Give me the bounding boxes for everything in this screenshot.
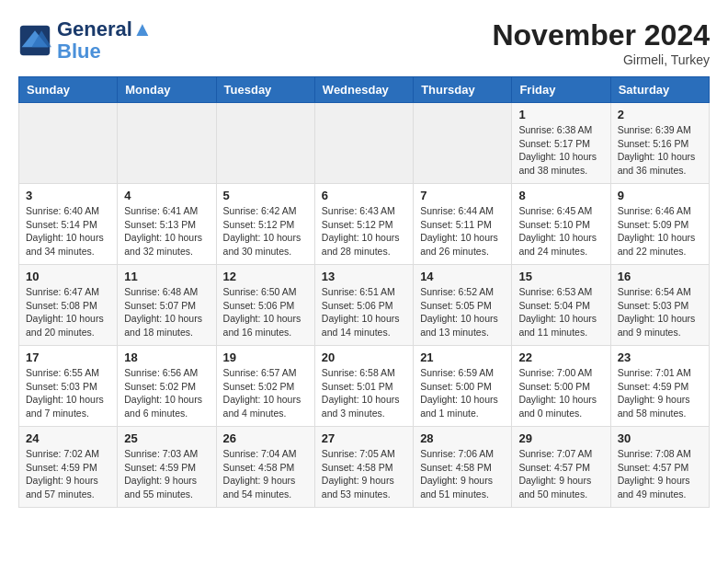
calendar-header-saturday: Saturday	[610, 77, 709, 103]
day-info: Sunrise: 6:40 AMSunset: 5:14 PMDaylight:…	[26, 204, 110, 259]
calendar-day-cell: 24Sunrise: 7:02 AMSunset: 4:59 PMDayligh…	[19, 427, 118, 508]
calendar-day-cell: 13Sunrise: 6:51 AMSunset: 5:06 PMDayligh…	[314, 265, 413, 346]
calendar-week-row: 3Sunrise: 6:40 AMSunset: 5:14 PMDaylight…	[19, 184, 710, 265]
day-info: Sunrise: 6:56 AMSunset: 5:02 PMDaylight:…	[124, 366, 209, 420]
calendar-header-sunday: Sunday	[19, 77, 118, 103]
calendar-header-row: SundayMondayTuesdayWednesdayThursdayFrid…	[19, 77, 710, 103]
day-number: 7	[420, 189, 505, 202]
day-number: 12	[223, 270, 308, 283]
day-number: 6	[322, 189, 406, 202]
day-info: Sunrise: 6:46 AMSunset: 5:09 PMDaylight:…	[618, 204, 702, 259]
calendar-header-thursday: Thursday	[414, 77, 512, 103]
calendar-day-cell: 26Sunrise: 7:04 AMSunset: 4:58 PMDayligh…	[216, 427, 314, 508]
day-info: Sunrise: 7:05 AMSunset: 4:58 PMDaylight:…	[322, 447, 406, 501]
day-info: Sunrise: 6:57 AMSunset: 5:02 PMDaylight:…	[223, 366, 308, 420]
day-info: Sunrise: 6:54 AMSunset: 5:03 PMDaylight:…	[618, 285, 702, 339]
day-info: Sunrise: 6:59 AMSunset: 5:00 PMDaylight:…	[420, 366, 505, 420]
calendar-day-cell: 4Sunrise: 6:41 AMSunset: 5:13 PMDaylight…	[118, 184, 216, 265]
day-info: Sunrise: 6:52 AMSunset: 5:05 PMDaylight:…	[420, 285, 505, 339]
day-number: 22	[518, 350, 603, 364]
day-info: Sunrise: 6:53 AMSunset: 5:04 PMDaylight:…	[518, 285, 603, 339]
day-info: Sunrise: 6:47 AMSunset: 5:08 PMDaylight:…	[26, 285, 110, 339]
day-info: Sunrise: 7:06 AMSunset: 4:58 PMDaylight:…	[420, 447, 505, 501]
day-info: Sunrise: 7:07 AMSunset: 4:57 PMDaylight:…	[518, 447, 603, 501]
calendar-week-row: 24Sunrise: 7:02 AMSunset: 4:59 PMDayligh…	[19, 427, 710, 508]
day-number: 18	[124, 350, 209, 364]
day-info: Sunrise: 6:39 AMSunset: 5:16 PMDaylight:…	[618, 123, 702, 178]
day-info: Sunrise: 6:51 AMSunset: 5:06 PMDaylight:…	[322, 285, 406, 339]
calendar-day-cell: 19Sunrise: 6:57 AMSunset: 5:02 PMDayligh…	[216, 346, 314, 427]
calendar-day-cell: 12Sunrise: 6:50 AMSunset: 5:06 PMDayligh…	[216, 265, 314, 346]
day-number: 29	[518, 431, 603, 445]
day-number: 27	[322, 431, 406, 445]
calendar-day-cell: 23Sunrise: 7:01 AMSunset: 4:59 PMDayligh…	[610, 346, 709, 427]
calendar-header-friday: Friday	[512, 77, 610, 103]
day-number: 10	[26, 270, 110, 283]
calendar-day-cell: 3Sunrise: 6:40 AMSunset: 5:14 PMDaylight…	[19, 184, 118, 265]
calendar-day-cell: 14Sunrise: 6:52 AMSunset: 5:05 PMDayligh…	[414, 265, 512, 346]
day-number: 1	[518, 108, 603, 121]
calendar-day-cell: 20Sunrise: 6:58 AMSunset: 5:01 PMDayligh…	[314, 346, 413, 427]
day-info: Sunrise: 7:03 AMSunset: 4:59 PMDaylight:…	[124, 447, 209, 501]
day-number: 20	[322, 350, 406, 364]
calendar-day-cell: 8Sunrise: 6:45 AMSunset: 5:10 PMDaylight…	[512, 184, 610, 265]
calendar-header-tuesday: Tuesday	[216, 77, 314, 103]
title-block: November 2024 Girmeli, Turkey	[492, 18, 710, 67]
calendar-header-wednesday: Wednesday	[314, 77, 413, 103]
calendar-day-cell: 15Sunrise: 6:53 AMSunset: 5:04 PMDayligh…	[512, 265, 610, 346]
day-info: Sunrise: 7:01 AMSunset: 4:59 PMDaylight:…	[618, 366, 702, 420]
location: Girmeli, Turkey	[492, 52, 710, 67]
calendar-day-cell	[414, 103, 512, 184]
logo-text: General▲ Blue	[57, 18, 153, 63]
day-info: Sunrise: 6:43 AMSunset: 5:12 PMDaylight:…	[322, 204, 406, 259]
day-info: Sunrise: 7:04 AMSunset: 4:58 PMDaylight:…	[223, 447, 308, 501]
calendar-day-cell: 16Sunrise: 6:54 AMSunset: 5:03 PMDayligh…	[610, 265, 709, 346]
calendar-day-cell: 27Sunrise: 7:05 AMSunset: 4:58 PMDayligh…	[314, 427, 413, 508]
day-number: 13	[322, 270, 406, 283]
day-info: Sunrise: 6:41 AMSunset: 5:13 PMDaylight:…	[124, 204, 209, 259]
calendar-week-row: 10Sunrise: 6:47 AMSunset: 5:08 PMDayligh…	[19, 265, 710, 346]
calendar-week-row: 17Sunrise: 6:55 AMSunset: 5:03 PMDayligh…	[19, 346, 710, 427]
calendar-day-cell: 5Sunrise: 6:42 AMSunset: 5:12 PMDaylight…	[216, 184, 314, 265]
logo-icon	[18, 24, 51, 57]
day-info: Sunrise: 6:42 AMSunset: 5:12 PMDaylight:…	[223, 204, 308, 259]
day-number: 14	[420, 270, 505, 283]
calendar-header-monday: Monday	[118, 77, 216, 103]
day-number: 25	[124, 431, 209, 445]
day-number: 4	[124, 189, 209, 202]
day-number: 30	[618, 431, 702, 445]
day-info: Sunrise: 6:50 AMSunset: 5:06 PMDaylight:…	[223, 285, 308, 339]
calendar-day-cell: 6Sunrise: 6:43 AMSunset: 5:12 PMDaylight…	[314, 184, 413, 265]
calendar-day-cell: 30Sunrise: 7:08 AMSunset: 4:57 PMDayligh…	[610, 427, 709, 508]
calendar-day-cell: 10Sunrise: 6:47 AMSunset: 5:08 PMDayligh…	[19, 265, 118, 346]
calendar-day-cell: 22Sunrise: 7:00 AMSunset: 5:00 PMDayligh…	[512, 346, 610, 427]
day-number: 9	[618, 189, 702, 202]
month-title: November 2024	[492, 18, 710, 52]
logo: General▲ Blue	[18, 18, 153, 63]
day-number: 3	[26, 189, 110, 202]
calendar-day-cell: 25Sunrise: 7:03 AMSunset: 4:59 PMDayligh…	[118, 427, 216, 508]
page-header: General▲ Blue November 2024 Girmeli, Tur…	[18, 18, 710, 67]
day-number: 28	[420, 431, 505, 445]
day-info: Sunrise: 7:02 AMSunset: 4:59 PMDaylight:…	[26, 447, 110, 501]
calendar-day-cell: 9Sunrise: 6:46 AMSunset: 5:09 PMDaylight…	[610, 184, 709, 265]
calendar-day-cell: 7Sunrise: 6:44 AMSunset: 5:11 PMDaylight…	[414, 184, 512, 265]
calendar-day-cell: 28Sunrise: 7:06 AMSunset: 4:58 PMDayligh…	[414, 427, 512, 508]
day-number: 15	[518, 270, 603, 283]
calendar-day-cell: 2Sunrise: 6:39 AMSunset: 5:16 PMDaylight…	[610, 103, 709, 184]
day-number: 5	[223, 189, 308, 202]
calendar-day-cell	[216, 103, 314, 184]
day-info: Sunrise: 6:58 AMSunset: 5:01 PMDaylight:…	[322, 366, 406, 420]
day-number: 19	[223, 350, 308, 364]
calendar-day-cell: 1Sunrise: 6:38 AMSunset: 5:17 PMDaylight…	[512, 103, 610, 184]
calendar-day-cell: 17Sunrise: 6:55 AMSunset: 5:03 PMDayligh…	[19, 346, 118, 427]
day-info: Sunrise: 6:45 AMSunset: 5:10 PMDaylight:…	[518, 204, 603, 259]
day-info: Sunrise: 6:48 AMSunset: 5:07 PMDaylight:…	[124, 285, 209, 339]
calendar-day-cell: 29Sunrise: 7:07 AMSunset: 4:57 PMDayligh…	[512, 427, 610, 508]
day-info: Sunrise: 7:08 AMSunset: 4:57 PMDaylight:…	[618, 447, 702, 501]
day-number: 17	[26, 350, 110, 364]
day-info: Sunrise: 6:55 AMSunset: 5:03 PMDaylight:…	[26, 366, 110, 420]
day-number: 26	[223, 431, 308, 445]
day-info: Sunrise: 7:00 AMSunset: 5:00 PMDaylight:…	[518, 366, 603, 420]
day-info: Sunrise: 6:38 AMSunset: 5:17 PMDaylight:…	[518, 123, 603, 178]
